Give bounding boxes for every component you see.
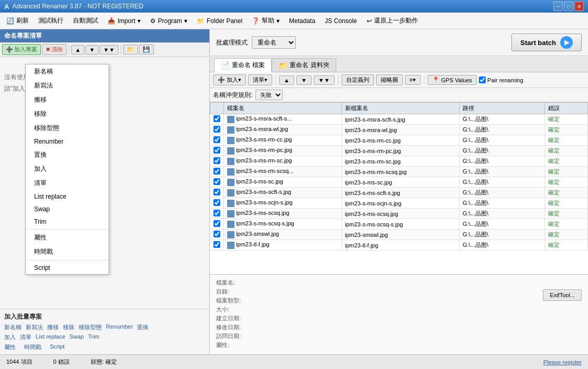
bottom-link-remove-pattern[interactable]: 移除型態 [79, 323, 102, 331]
menu-item-new-ext[interactable]: 新寫法 [26, 79, 109, 93]
thumbnail-button[interactable]: 縮略圖 [376, 74, 403, 85]
bottom-link-new-name[interactable]: 新名稱 [4, 323, 22, 331]
menu-item-replace[interactable]: 置換 [26, 148, 109, 162]
tab-rename-folders[interactable]: 📁 重命名 資料夾 [272, 58, 336, 72]
table-row[interactable]: ipm23-s-ms-rm-cc.jpg ipm23-s-ms-rm-cc.jp… [210, 135, 588, 146]
table-row[interactable]: ipm23-s-ms-rm-scsq... ipm23-s-ms-rm-scsq… [210, 167, 588, 177]
move-bottom-button[interactable]: ▼▼ [100, 45, 119, 55]
start-batch-button[interactable]: Start batch ▶ [511, 34, 582, 51]
menu-item-move[interactable]: 搬移 [26, 93, 109, 107]
bottom-link-timestamp[interactable]: 時間戳 [24, 343, 41, 351]
row-checkbox[interactable] [213, 189, 220, 196]
title-bar-controls[interactable]: ─ □ ✕ [553, 2, 584, 11]
row-checkbox-cell[interactable] [210, 167, 224, 177]
table-row[interactable]: ipm23-s-ms-scsq-s.jpg ipm23-s-ms-scsq-s.… [210, 219, 588, 230]
menu-item-clear[interactable]: 清單 [26, 176, 109, 190]
maximize-button[interactable]: □ [564, 2, 573, 11]
bottom-link-script[interactable]: Script [50, 343, 65, 351]
row-checkbox-cell[interactable] [210, 146, 224, 156]
table-row[interactable]: ipm23-tl-f.jpg ipm23-tl-f.jpg G:\...品图\ … [210, 240, 588, 251]
row-checkbox[interactable] [213, 199, 220, 206]
menu-item-attrs[interactable]: 屬性 [26, 231, 109, 245]
row-checkbox[interactable] [213, 157, 220, 164]
table-row[interactable]: ipm23-s-msra-scft-s... ipm23-s-msra-scft… [210, 114, 588, 125]
row-checkbox[interactable] [213, 136, 220, 143]
pair-renaming-checkbox[interactable] [479, 77, 486, 83]
row-checkbox[interactable] [213, 115, 220, 122]
bottom-link-trim[interactable]: Trim [88, 333, 100, 341]
move-down-button[interactable]: ▼ [85, 45, 99, 55]
bottom-link-swap[interactable]: Swap [69, 333, 84, 341]
exiftool-button[interactable]: ExifTool... [543, 289, 582, 301]
conflict-select[interactable]: 失敗跳過覆蓋 [255, 90, 283, 100]
delete-project-button[interactable]: ✖ 清除 [42, 44, 67, 55]
table-row[interactable]: ipm23-s-ms-scft-s.jpg ipm23-s-ms-scft-s.… [210, 188, 588, 198]
row-checkbox[interactable] [213, 126, 220, 133]
row-checkbox-cell[interactable] [210, 177, 224, 188]
menu-item-swap[interactable]: Swap [26, 203, 109, 215]
bottom-link-add[interactable]: 加入 [4, 333, 16, 341]
save-button[interactable]: 💾 [139, 45, 154, 55]
tab-rename-files[interactable]: 📄 重命名 檔案 [214, 58, 272, 72]
menu-item-renumber[interactable]: Renumber [26, 135, 109, 148]
menu-item-timestamp[interactable]: 時間戳 [26, 245, 109, 259]
menu-item-new-name[interactable]: 新名稱 [26, 64, 109, 79]
row-checkbox-cell[interactable] [210, 230, 224, 240]
menu-folder-panel[interactable]: 📁 Folder Panel [193, 16, 247, 26]
sort-down-button[interactable]: ▼ [296, 75, 312, 85]
menu-js-console[interactable]: JS Console [320, 16, 361, 26]
row-checkbox-cell[interactable] [210, 209, 224, 219]
col-path[interactable]: 路徑 [459, 103, 545, 114]
col-error[interactable]: 錯誤 [545, 103, 588, 114]
row-checkbox-cell[interactable] [210, 156, 224, 167]
batch-mode-select[interactable]: 重命名移動複製 [252, 36, 296, 49]
row-checkbox[interactable] [213, 231, 220, 237]
add-project-button[interactable]: ➕ 加入專案 [2, 44, 41, 55]
sort-bottom-button[interactable]: ▼▼ [314, 75, 335, 85]
gps-values-button[interactable]: 📍 GPS Values [427, 75, 477, 85]
bottom-link-renumber[interactable]: Renumber [106, 323, 133, 331]
row-checkbox-cell[interactable] [210, 240, 224, 251]
menu-program[interactable]: ⚙ Program ▾ [146, 16, 191, 26]
menu-item-script[interactable]: Script [26, 262, 109, 274]
row-checkbox[interactable] [213, 168, 220, 175]
row-checkbox-cell[interactable] [210, 219, 224, 230]
add-files-button[interactable]: ➕ 加入▾ [213, 74, 246, 85]
table-row[interactable]: ipm23-s-ms-sc.jpg ipm23-s-ms-sc.jpg G:\.… [210, 177, 588, 188]
bottom-link-remove[interactable]: 移除 [63, 323, 74, 331]
clear-files-button[interactable]: 清單▾ [248, 74, 272, 85]
pair-renaming-label[interactable]: Pair renaming [479, 77, 523, 83]
move-up-button[interactable]: ▲ [71, 45, 84, 55]
table-row[interactable]: ipm23-s-ms-scjn-s.jpg ipm23-s-ms-scjn-s.… [210, 198, 588, 209]
folder-button[interactable]: 📁 [123, 45, 138, 55]
menu-test-run[interactable]: 測試執行 [34, 15, 68, 27]
col-filename[interactable]: 檔案名 [224, 103, 342, 114]
table-row[interactable]: ipm23-s-ms-rm-sc.jpg ipm23-s-ms-rm-sc.jp… [210, 156, 588, 167]
register-link[interactable]: Please register [543, 359, 582, 365]
menu-metadata[interactable]: Metadata [285, 16, 319, 26]
row-checkbox[interactable] [213, 210, 220, 216]
row-checkbox-cell[interactable] [210, 125, 224, 135]
bottom-link-replace[interactable]: 置換 [137, 323, 148, 331]
col-newname[interactable]: 新檔案名 [341, 103, 459, 114]
menu-item-remove[interactable]: 移除 [26, 107, 109, 121]
table-row[interactable]: ipm23-s-ms-rm-pc.jpg ipm23-s-ms-rm-pc.jp… [210, 146, 588, 156]
sort-up-button[interactable]: ▲ [279, 75, 294, 85]
table-row[interactable]: ipm23-s-ms-scsq.jpg ipm23-s-ms-scsq.jpg … [210, 209, 588, 219]
bottom-link-new-ext[interactable]: 新寫法 [26, 323, 43, 331]
menu-item-list-replace[interactable]: List replace [26, 190, 109, 203]
menu-help[interactable]: ❓ 幫助 ▾ [248, 15, 284, 27]
list-view-button[interactable]: ≡▾ [405, 75, 421, 85]
row-checkbox[interactable] [213, 241, 220, 248]
row-checkbox[interactable] [213, 147, 220, 154]
row-checkbox-cell[interactable] [210, 114, 224, 125]
row-checkbox-cell[interactable] [210, 135, 224, 146]
menu-undo[interactable]: ↩ 還原上一步動作 [362, 15, 422, 27]
menu-refresh[interactable]: 🔄 刷新 [2, 15, 33, 27]
bottom-link-attrs[interactable]: 屬性 [4, 343, 16, 351]
row-checkbox-cell[interactable] [210, 198, 224, 209]
table-row[interactable]: ipm23-s-msra-wl.jpg ipm23-s-msra-wl.jpg … [210, 125, 588, 135]
table-row[interactable]: ipm23-smswl.jpg ipm23-smswl.jpg G:\...品图… [210, 230, 588, 240]
menu-item-trim[interactable]: Trim [26, 215, 109, 228]
row-checkbox[interactable] [213, 178, 220, 185]
